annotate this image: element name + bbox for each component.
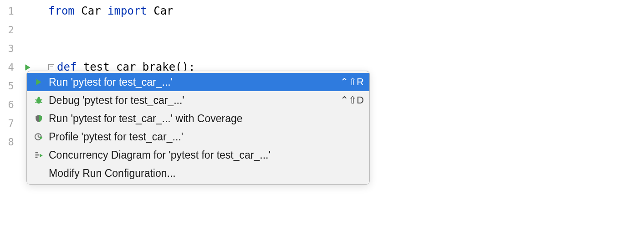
line-number: 2: [0, 21, 22, 39]
line-number-gutter: 1 2 3 4 5 6 7 8: [0, 0, 22, 237]
svg-line-3: [36, 102, 37, 103]
svg-line-1: [36, 100, 37, 100]
svg-line-4: [41, 102, 42, 103]
clock-run-icon: [32, 132, 45, 141]
bug-icon: [32, 96, 45, 105]
run-icon: [32, 78, 45, 86]
menu-item-run[interactable]: Run 'pytest for test_car_...' ⌃⇧R: [27, 73, 369, 91]
svg-point-5: [38, 97, 40, 99]
menu-item-label: Profile 'pytest for test_car_...': [49, 131, 364, 143]
line-number: 3: [0, 39, 22, 58]
svg-line-8: [38, 137, 40, 138]
line-number: 6: [0, 95, 22, 114]
code-line: [48, 21, 644, 39]
code-line: from Car import Car: [48, 2, 644, 21]
fold-indicator-icon[interactable]: [48, 64, 54, 70]
code-line: [48, 39, 644, 58]
line-number: 7: [0, 114, 22, 133]
line-number: 8: [0, 133, 22, 151]
menu-item-label: Run 'pytest for test_car_...' with Cover…: [49, 113, 364, 125]
menu-item-debug[interactable]: Debug 'pytest for test_car_...' ⌃⇧D: [27, 91, 369, 109]
concurrency-icon: [32, 150, 45, 160]
run-context-menu: Run 'pytest for test_car_...' ⌃⇧R Debug …: [26, 71, 370, 185]
line-number: 1: [0, 2, 22, 21]
line-number: 4: [0, 58, 22, 77]
menu-item-label: Modify Run Configuration...: [49, 167, 364, 180]
menu-item-label: Debug 'pytest for test_car_...': [49, 94, 340, 107]
shield-icon: [32, 114, 45, 123]
menu-item-label: Concurrency Diagram for 'pytest for test…: [49, 149, 364, 161]
menu-item-concurrency[interactable]: Concurrency Diagram for 'pytest for test…: [27, 146, 369, 164]
svg-line-2: [41, 100, 42, 100]
menu-item-label: Run 'pytest for test_car_...': [49, 76, 340, 88]
menu-item-profile[interactable]: Profile 'pytest for test_car_...': [27, 128, 369, 146]
menu-item-shortcut: ⌃⇧R: [340, 76, 364, 88]
line-number: 5: [0, 77, 22, 95]
menu-item-coverage[interactable]: Run 'pytest for test_car_...' with Cover…: [27, 109, 369, 128]
menu-item-modify-config[interactable]: Modify Run Configuration...: [27, 164, 369, 182]
menu-item-shortcut: ⌃⇧D: [340, 94, 364, 106]
